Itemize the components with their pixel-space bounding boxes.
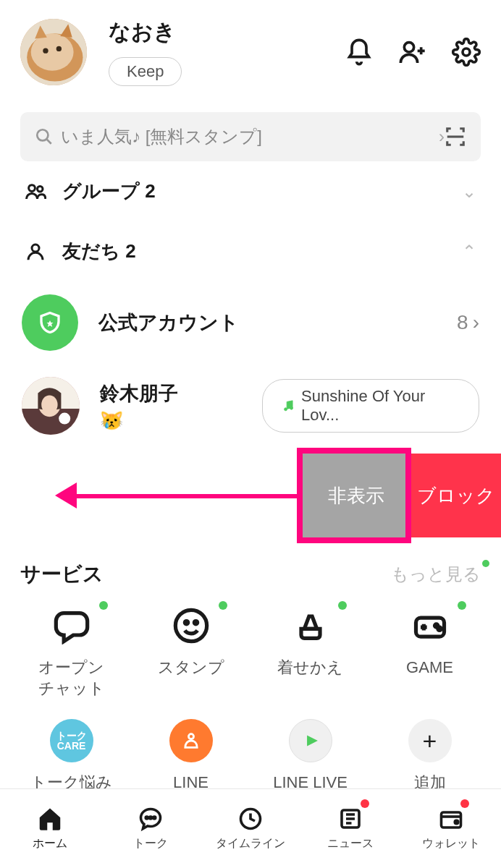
service-stamp[interactable]: スタンプ	[131, 604, 250, 699]
notification-dot	[460, 799, 469, 808]
tab-news[interactable]: ニュース	[300, 789, 400, 868]
plus-icon: +	[408, 719, 452, 762]
music-note-icon	[282, 399, 295, 413]
svg-point-4	[56, 46, 62, 51]
services-header: サービス もっと見る	[0, 540, 501, 597]
service-label: 着せかえ	[277, 658, 343, 678]
group-icon	[25, 181, 46, 203]
official-account-row[interactable]: 公式アカウント 8›	[0, 281, 501, 364]
swipe-buttons: 非表示 ブロック	[301, 454, 501, 537]
groups-label: グループ 2	[62, 179, 156, 204]
svg-point-6	[463, 48, 470, 56]
svg-point-23	[437, 627, 440, 630]
tab-label: トーク	[133, 836, 168, 851]
chevron-up-icon: ⌃	[462, 242, 476, 262]
home-icon	[37, 806, 63, 832]
smiley-icon	[172, 607, 210, 644]
friend-row[interactable]: 鈴木朋子 😿 Sunshine Of Your Lov...	[0, 364, 501, 448]
clock-icon	[237, 806, 264, 832]
music-chip[interactable]: Sunshine Of Your Lov...	[262, 379, 479, 433]
settings-icon[interactable]	[452, 38, 481, 67]
services-title: サービス	[20, 561, 104, 588]
services-grid: オープン チャット スタンプ 着せかえ GAME トーク CARE トーク悩み …	[0, 597, 501, 821]
search-icon	[35, 127, 54, 146]
search-bar[interactable]: いま人気♪ [無料スタンプ] ›	[20, 112, 481, 161]
chat-icon	[138, 806, 164, 832]
paintbrush-icon	[292, 607, 329, 644]
header: なおき Keep	[0, 0, 501, 101]
svg-point-3	[43, 48, 48, 53]
annotation-arrow	[55, 490, 301, 501]
tab-talk[interactable]: トーク	[100, 789, 200, 868]
block-button[interactable]: ブロック	[411, 454, 501, 537]
svg-point-8	[29, 184, 35, 191]
svg-point-10	[32, 244, 39, 252]
tab-wallet[interactable]: ウォレット	[401, 789, 501, 868]
svg-point-25	[146, 817, 148, 819]
friend-status-emoji: 😿	[100, 409, 178, 432]
service-theme[interactable]: 着せかえ	[250, 604, 370, 699]
username[interactable]: なおき	[109, 17, 182, 47]
svg-point-16	[285, 408, 287, 411]
conomi-icon	[169, 719, 213, 762]
news-icon	[337, 806, 363, 832]
svg-point-24	[188, 734, 193, 739]
svg-point-17	[290, 407, 293, 409]
groups-section[interactable]: グループ 2 ⌄	[0, 161, 501, 221]
services-more-button[interactable]: もっと見る	[391, 563, 481, 586]
notification-dot	[361, 799, 369, 808]
svg-point-31	[455, 820, 458, 824]
friends-section[interactable]: 友だち 2 ⌃	[0, 221, 501, 281]
header-icons	[345, 38, 481, 67]
gamepad-icon	[411, 607, 449, 644]
tab-home[interactable]: ホーム	[0, 789, 100, 868]
svg-point-9	[38, 186, 43, 192]
music-title: Sunshine Of Your Lov...	[301, 387, 460, 425]
keep-button[interactable]: Keep	[109, 57, 182, 86]
openchat-icon	[53, 607, 90, 644]
tab-label: ホーム	[33, 836, 67, 851]
linelive-icon	[289, 719, 332, 762]
service-openchat[interactable]: オープン チャット	[12, 604, 131, 699]
svg-point-27	[153, 817, 155, 819]
friend-name: 鈴木朋子	[100, 380, 178, 407]
svg-point-14	[41, 396, 57, 414]
chevron-down-icon: ⌄	[462, 182, 476, 202]
svg-point-2	[31, 33, 74, 71]
service-game[interactable]: GAME	[370, 604, 489, 699]
service-label: スタンプ	[158, 658, 224, 678]
notifications-icon[interactable]	[345, 38, 374, 67]
scan-icon[interactable]	[445, 126, 466, 148]
talkcare-icon: トーク CARE	[50, 719, 93, 762]
friend-avatar[interactable]	[22, 377, 80, 435]
tab-label: ニュース	[327, 836, 374, 851]
search-placeholder: いま人気♪ [無料スタンプ]	[61, 125, 436, 148]
official-count: 8›	[457, 311, 479, 334]
person-icon	[25, 241, 46, 263]
official-account-label: 公式アカウント	[98, 310, 239, 336]
swipe-area: 非表示 ブロック	[0, 454, 501, 540]
svg-point-18	[175, 610, 206, 641]
tab-label: ウォレット	[422, 836, 480, 851]
svg-point-15	[59, 413, 70, 425]
add-friend-icon[interactable]	[398, 38, 427, 67]
official-badge-icon	[22, 294, 78, 351]
avatar[interactable]	[20, 19, 87, 85]
friends-label: 友だち 2	[62, 239, 136, 264]
svg-point-7	[37, 129, 48, 140]
hide-button[interactable]: 非表示	[301, 454, 411, 537]
svg-point-5	[404, 42, 413, 51]
svg-point-20	[194, 621, 197, 624]
svg-point-19	[185, 621, 188, 624]
wallet-icon	[438, 806, 464, 832]
tab-timeline[interactable]: タイムライン	[201, 789, 300, 868]
chevron-right-icon: ›	[439, 127, 445, 147]
svg-point-26	[149, 817, 151, 819]
service-label: オープン チャット	[38, 658, 105, 699]
service-label: GAME	[406, 658, 453, 678]
tab-label: タイムライン	[216, 836, 285, 851]
profile-meta: なおき Keep	[109, 17, 182, 86]
bottom-tabs: ホーム トーク タイムライン ニュース ウォレット	[0, 788, 501, 868]
